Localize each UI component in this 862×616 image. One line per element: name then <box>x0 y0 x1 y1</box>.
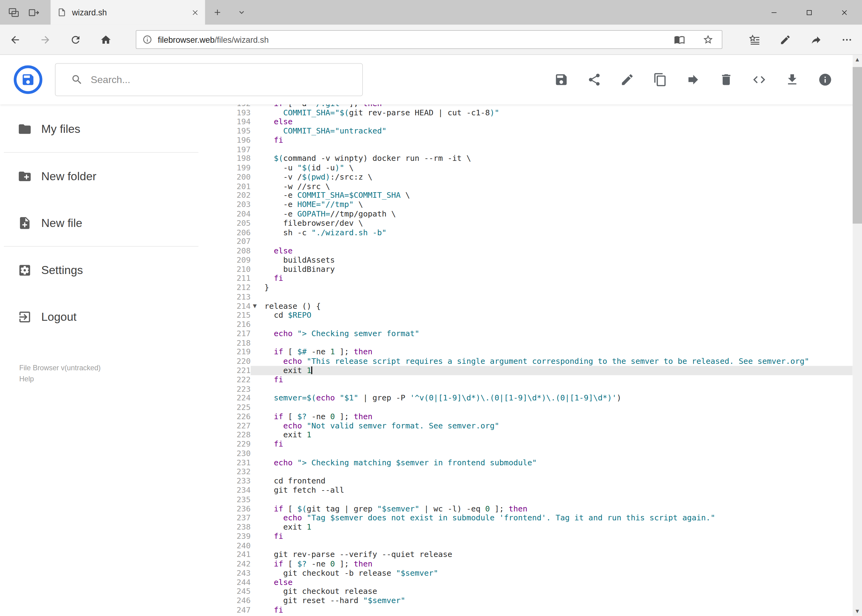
code-line-216[interactable]: 216 <box>225 320 853 329</box>
code-line-207[interactable]: 207 <box>225 237 853 246</box>
code-line-192[interactable]: 192 if [ -d "/.git" ]; then <box>225 104 853 108</box>
scroll-up-arrow-icon[interactable]: ▲ <box>853 55 862 64</box>
reading-view-icon[interactable] <box>674 34 685 45</box>
code-line-205[interactable]: 205 filebrowser/dev \ <box>225 218 853 228</box>
code-line-245[interactable]: 245 git checkout release <box>225 587 853 596</box>
share-file-button[interactable] <box>587 72 601 87</box>
code-line-237[interactable]: 237 echo "Tag $semver does not exist in … <box>225 513 853 523</box>
code-line-203[interactable]: 203 -e HOME="//tmp" \ <box>225 200 853 209</box>
code-line-193[interactable]: 193 COMMIT_SHA="$(git rev-parse HEAD | c… <box>225 108 853 117</box>
share-button[interactable] <box>801 24 831 55</box>
address-bar[interactable]: filebrowser.web/files/wizard.sh <box>136 30 722 49</box>
site-info-icon[interactable] <box>142 35 152 45</box>
code-line-243[interactable]: 243 git checkout -b release "$semver" <box>225 569 853 578</box>
save-button[interactable] <box>554 72 569 87</box>
sidebar-item-logout[interactable]: Logout <box>0 293 225 340</box>
code-line-201[interactable]: 201 -w //src \ <box>225 182 853 191</box>
code-line-236[interactable]: 236 if [ $(git tag | grep "$semver" | wc… <box>225 504 853 513</box>
code-line-239[interactable]: 239 fi <box>225 532 853 541</box>
code-line-213[interactable]: 213 <box>225 292 853 302</box>
code-line-232[interactable]: 232 <box>225 467 853 476</box>
refresh-button[interactable] <box>60 24 90 55</box>
code-line-217[interactable]: 217 echo "> Checking semver format" <box>225 329 853 338</box>
code-line-233[interactable]: 233 cd frontend <box>225 476 853 486</box>
info-button[interactable] <box>818 72 832 87</box>
scrollbar-thumb[interactable] <box>853 67 862 223</box>
home-button[interactable] <box>91 24 121 55</box>
code-line-202[interactable]: 202 -e COMMIT_SHA=$COMMIT_SHA \ <box>225 191 853 200</box>
code-line-218[interactable]: 218 <box>225 338 853 347</box>
code-line-224[interactable]: 224 semver=$(echo "$1" | grep -P '^v(0|[… <box>225 394 853 403</box>
hub-favorites-button[interactable] <box>739 24 770 55</box>
code-line-212[interactable]: 212} <box>225 283 853 292</box>
code-line-241[interactable]: 241 git rev-parse --verify --quiet relea… <box>225 550 853 559</box>
move-button[interactable] <box>686 72 700 87</box>
code-line-221[interactable]: 221 exit 1 <box>225 366 853 375</box>
download-button[interactable] <box>785 72 799 87</box>
code-line-247[interactable]: 247 fi <box>225 605 853 614</box>
code-line-246[interactable]: 246 git reset --hard "$semver" <box>225 596 853 605</box>
code-line-198[interactable]: 198 $(command -v winpty) docker run --rm… <box>225 154 853 163</box>
code-line-211[interactable]: 211 fi <box>225 274 853 283</box>
sidebar-item-my-files[interactable]: My files <box>0 105 225 152</box>
filebrowser-logo[interactable] <box>14 66 43 94</box>
search-input[interactable] <box>91 74 354 85</box>
code-view-button[interactable] <box>752 72 766 87</box>
scroll-down-arrow-icon[interactable]: ▼ <box>853 607 862 616</box>
code-line-200[interactable]: 200 -v /$(pwd):/src:z \ <box>225 173 853 182</box>
code-line-215[interactable]: 215 cd $REPO <box>225 311 853 320</box>
code-line-235[interactable]: 235 <box>225 495 853 504</box>
back-button[interactable] <box>0 24 30 55</box>
code-line-234[interactable]: 234 git fetch --all <box>225 486 853 495</box>
code-line-229[interactable]: 229 fi <box>225 440 853 449</box>
more-options-button[interactable] <box>831 24 862 55</box>
code-line-194[interactable]: 194 else <box>225 117 853 126</box>
new-tab-button[interactable] <box>210 0 225 25</box>
code-line-222[interactable]: 222 fi <box>225 375 853 384</box>
forward-button[interactable] <box>30 24 60 55</box>
code-line-242[interactable]: 242 if [ $? -ne 0 ]; then <box>225 559 853 569</box>
code-line-196[interactable]: 196 fi <box>225 136 853 145</box>
code-line-209[interactable]: 209 buildAssets <box>225 255 853 264</box>
web-notes-button[interactable] <box>770 24 801 55</box>
code-line-214[interactable]: 214▼release () { <box>225 302 853 311</box>
tab-close-icon[interactable] <box>192 9 198 16</box>
fold-arrow-icon[interactable]: ▼ <box>253 302 257 311</box>
code-line-208[interactable]: 208 else <box>225 246 853 255</box>
copy-button[interactable] <box>653 72 667 87</box>
sidebar-item-settings[interactable]: Settings <box>0 247 225 293</box>
page-scrollbar[interactable]: ▲ ▼ <box>853 55 862 616</box>
tab-list-chevron-button[interactable] <box>233 0 249 25</box>
code-line-210[interactable]: 210 buildBinary <box>225 264 853 274</box>
code-line-240[interactable]: 240 <box>225 541 853 550</box>
code-line-223[interactable]: 223 <box>225 384 853 394</box>
code-line-230[interactable]: 230 <box>225 449 853 458</box>
help-link[interactable]: Help <box>19 374 101 385</box>
window-close-button[interactable] <box>827 0 862 25</box>
search-box[interactable] <box>55 63 363 96</box>
code-editor[interactable]: 192 if [ -d "/.git" ]; then193 COMMIT_SH… <box>225 104 853 616</box>
code-line-204[interactable]: 204 -e GOPATH=//tmp/gopath \ <box>225 209 853 218</box>
window-minimize-button[interactable] <box>756 0 791 25</box>
code-line-244[interactable]: 244 else <box>225 578 853 587</box>
window-maximize-button[interactable] <box>791 0 827 25</box>
rename-button[interactable] <box>620 72 634 87</box>
code-line-228[interactable]: 228 exit 1 <box>225 430 853 440</box>
delete-button[interactable] <box>719 72 733 87</box>
sidebar-item-new-file[interactable]: New file <box>0 199 225 246</box>
favorite-star-icon[interactable] <box>703 34 714 45</box>
set-tabs-aside-icon[interactable] <box>27 6 39 19</box>
code-line-219[interactable]: 219 if [ $# -ne 1 ]; then <box>225 347 853 357</box>
browser-tab[interactable]: wizard.sh <box>50 0 205 25</box>
code-line-231[interactable]: 231 echo "> Checking matching $semver in… <box>225 458 853 467</box>
sidebar-item-new-folder[interactable]: New folder <box>0 153 225 200</box>
tab-preview-icon[interactable] <box>8 6 20 19</box>
code-line-220[interactable]: 220 echo "This release script requires a… <box>225 357 853 366</box>
code-line-226[interactable]: 226 if [ $? -ne 0 ]; then <box>225 412 853 421</box>
code-line-225[interactable]: 225 <box>225 403 853 412</box>
code-line-199[interactable]: 199 -u "$(id -u)" \ <box>225 163 853 173</box>
code-line-238[interactable]: 238 exit 1 <box>225 523 853 532</box>
code-line-195[interactable]: 195 COMMIT_SHA="untracked" <box>225 126 853 136</box>
code-line-227[interactable]: 227 echo "Not valid semver format. See s… <box>225 421 853 430</box>
code-line-197[interactable]: 197 <box>225 145 853 154</box>
